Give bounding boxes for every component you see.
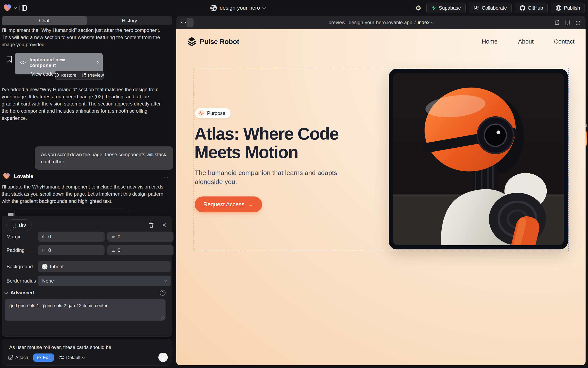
background-input[interactable]: Inherit <box>38 261 171 272</box>
attach-image-icon <box>8 355 13 360</box>
layers-icon <box>187 37 196 46</box>
padding-y-icon <box>111 248 115 252</box>
classes-textarea[interactable]: grid grid-cols-1 lg:grid-cols-2 gap-12 i… <box>5 299 166 321</box>
nav-contact[interactable]: Contact <box>554 38 575 45</box>
lovable-heart-icon <box>3 173 10 180</box>
restore-button[interactable]: Restore <box>54 73 76 78</box>
arrow-right-icon: → <box>248 201 254 208</box>
margin-label: Margin <box>2 234 38 239</box>
lovable-app: design-your-hero ⚙ Supabase Col <box>0 0 588 368</box>
border-radius-select[interactable]: None <box>38 276 171 286</box>
project-name: design-your-hero <box>220 5 260 11</box>
topbar: design-your-hero ⚙ Supabase Col <box>0 0 588 16</box>
publish-globe-icon <box>556 5 561 11</box>
padding-x-input[interactable]: 0 <box>38 245 104 255</box>
preview-viewport: Pulse Robot Home About Contact Purpose A… <box>176 29 586 365</box>
model-mode-select[interactable]: Default <box>59 355 84 360</box>
collaborate-button[interactable]: Collaborate <box>469 3 512 13</box>
hero-robot-image-card <box>389 69 568 249</box>
publish-button[interactable]: Publish <box>551 3 585 13</box>
assistant-header: Lovable … <box>3 173 169 180</box>
selected-element-chip[interactable]: div <box>6 219 32 231</box>
edit-mode-button[interactable]: Edit <box>33 353 54 362</box>
preview-url-bar[interactable]: preview--design-your-hero.lovable.app / … <box>176 16 586 29</box>
collaborate-person-icon <box>474 5 479 11</box>
message-options-button[interactable]: … <box>163 173 169 180</box>
open-in-new-tab-button[interactable] <box>554 20 560 25</box>
padding-label: Padding <box>2 247 38 253</box>
site-brand-name: Pulse Robot <box>200 38 239 46</box>
workspace-chevron-down-icon[interactable] <box>14 6 17 9</box>
tool-card-title: Implement new component <box>29 57 93 68</box>
tab-chat[interactable]: Chat <box>2 16 87 25</box>
assistant-message: I've added a new "Why Humanoid" section … <box>2 86 168 122</box>
nav-home[interactable]: Home <box>482 38 498 45</box>
chat-tabs: Chat History <box>2 16 172 25</box>
refresh-button[interactable] <box>575 20 581 25</box>
chevron-down-icon <box>164 279 167 282</box>
preview-button[interactable]: Preview <box>82 73 104 78</box>
panel-icon <box>22 5 27 11</box>
settings-button[interactable]: ⚙ <box>413 3 423 13</box>
preview-header: <> preview--design-your-hero.lovable.app… <box>176 16 586 29</box>
supabase-bolt-icon <box>431 5 436 11</box>
resize-handle[interactable] <box>161 316 164 319</box>
site-logo[interactable]: Pulse Robot <box>187 37 239 46</box>
close-inspector-button[interactable]: ✕ <box>162 222 167 228</box>
attach-button[interactable]: Attach <box>8 355 28 360</box>
robot-image <box>393 73 564 245</box>
dashed-selection-icon <box>12 223 16 228</box>
hero-heading: Atlas: Where Code Meets Motion <box>194 125 362 161</box>
preview-url-separator: / <box>414 20 416 25</box>
padding-y-input[interactable]: 0 <box>107 245 173 255</box>
gear-icon: ⚙ <box>415 4 421 12</box>
nav-about[interactable]: About <box>518 38 534 45</box>
assistant-message: I'll update the WhyHumanoid component to… <box>2 183 168 205</box>
advanced-section-header[interactable]: Advanced ? <box>5 290 166 296</box>
arrow-up-icon: ↑ <box>162 354 164 361</box>
mobile-view-button[interactable] <box>566 20 569 25</box>
delete-element-button[interactable] <box>149 222 154 228</box>
preview-url-host: preview--design-your-hero.lovable.app <box>329 20 412 25</box>
site-nav: Home About Contact <box>482 38 575 45</box>
supabase-button[interactable]: Supabase <box>426 3 466 13</box>
bookmark-icon-partial <box>8 213 13 216</box>
project-chevron-down-icon <box>262 6 266 9</box>
purpose-badge[interactable]: Purpose <box>195 108 231 118</box>
tab-history[interactable]: History <box>87 16 172 25</box>
project-globe-icon <box>210 5 217 11</box>
assistant-message: I'll implement the "Why Humanoid" sectio… <box>2 27 168 48</box>
purpose-badge-label: Purpose <box>207 110 225 116</box>
request-access-button[interactable]: Request Access → <box>195 196 262 212</box>
github-icon <box>520 5 525 11</box>
margin-x-input[interactable]: 0 <box>38 232 104 242</box>
padding-x-icon <box>42 248 46 252</box>
border-radius-label: Border radius <box>2 278 38 284</box>
chevron-right-icon <box>95 61 99 64</box>
preview-panel: <> preview--design-your-hero.lovable.app… <box>176 16 586 365</box>
lovable-logo-heart-icon[interactable] <box>3 4 11 12</box>
margin-y-icon <box>111 235 115 239</box>
bookmark-icon[interactable] <box>6 55 12 63</box>
project-switcher[interactable]: design-your-hero <box>210 0 265 16</box>
code-icon: <> <box>20 60 26 65</box>
background-label: Background <box>2 264 38 269</box>
chat-panel: Chat History <box>2 16 172 25</box>
target-icon <box>37 355 41 360</box>
transparency-swatch-icon <box>42 264 47 269</box>
sidebar-toggle-button[interactable] <box>19 3 29 13</box>
chevron-down-icon <box>431 21 434 24</box>
preview-url-page: index <box>418 20 429 25</box>
help-icon[interactable]: ? <box>160 290 166 296</box>
assistant-name: Lovable <box>14 173 33 179</box>
margin-x-icon <box>42 235 46 239</box>
margin-y-input[interactable]: 0 <box>107 232 173 242</box>
chat-input[interactable]: As user mouse roll over, these cards sho… <box>9 344 165 350</box>
sliders-icon <box>59 355 64 360</box>
version-actions: Restore Preview <box>55 71 104 80</box>
chevron-down-icon <box>4 291 8 294</box>
user-message-bubble: As you scroll down the page, these compo… <box>35 146 173 170</box>
send-button[interactable]: ↑ <box>158 353 168 362</box>
github-button[interactable]: GitHub <box>515 3 548 13</box>
external-link-icon <box>82 73 86 77</box>
